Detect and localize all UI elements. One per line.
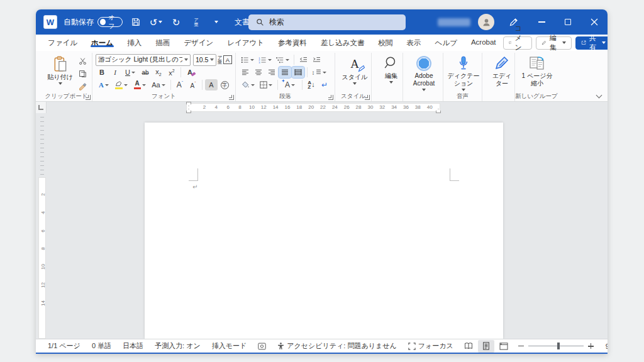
clear-formatting-button[interactable]: A (184, 67, 196, 78)
styles-button[interactable]: A スタイル (338, 53, 371, 85)
comments-button[interactable]: コメント (503, 36, 532, 50)
borders-button[interactable] (257, 79, 275, 90)
align-center-button[interactable] (252, 67, 265, 78)
shrink-font-button[interactable]: Aˇ (187, 79, 199, 90)
decrease-indent-button[interactable] (297, 54, 309, 65)
font-dialog-launcher[interactable] (229, 95, 234, 100)
bullets-button[interactable] (239, 54, 256, 65)
tab-insert[interactable]: 挿入 (120, 38, 148, 48)
numbering-button[interactable]: 123 (257, 54, 274, 65)
focus-mode-button[interactable]: フォーカス (402, 341, 459, 351)
paragraph-dialog-launcher[interactable] (328, 95, 333, 100)
strikethrough-icon: ab (142, 69, 148, 76)
clipboard-dialog-launcher[interactable] (86, 95, 91, 100)
tab-references[interactable]: 参考資料 (271, 38, 314, 48)
shading-button[interactable] (239, 79, 257, 90)
accessibility-status[interactable]: アクセシビリティ: 問題ありません (272, 341, 402, 351)
superscript-button[interactable]: x2 (165, 67, 178, 78)
undo-button[interactable]: ↺ (149, 15, 163, 29)
line-spacing-button[interactable]: ↕ (310, 67, 328, 78)
search-input[interactable]: 検索 (248, 14, 406, 30)
undo-caret-icon (158, 21, 162, 23)
line-spacing-icon: ↕ (312, 69, 321, 76)
multilevel-list-button[interactable] (274, 54, 291, 65)
read-mode-button[interactable] (460, 340, 477, 353)
character-border-button[interactable]: A (223, 54, 232, 65)
tab-help[interactable]: ヘルプ (428, 38, 464, 48)
ruby-button[interactable]: ア亜 (217, 54, 223, 65)
change-case-button[interactable]: Aa (149, 79, 168, 90)
autosave-toggle[interactable]: 自動保存 オフ (64, 17, 123, 28)
asian-layout-button[interactable]: A (280, 79, 299, 90)
tab-acrobat[interactable]: Acrobat (464, 38, 503, 46)
adobe-acrobat-button[interactable]: Adobe Acrobat (406, 53, 441, 91)
cut-button[interactable] (76, 55, 89, 67)
font-color-button[interactable]: A (131, 79, 148, 90)
shrink-one-page-button[interactable]: 1 ページ分 縮小 (518, 53, 556, 87)
zoom-out-button[interactable] (518, 346, 524, 347)
user-name[interactable] (438, 18, 470, 26)
dictation-button[interactable]: ディクテー ション (447, 53, 480, 91)
paste-button[interactable]: 貼り付け (44, 53, 76, 92)
close-button[interactable] (581, 9, 608, 35)
collapse-ribbon-button[interactable] (596, 92, 602, 99)
tab-layout[interactable]: レイアウト (220, 38, 271, 48)
align-left-button[interactable] (239, 67, 252, 78)
italic-button[interactable]: I (109, 67, 121, 78)
editor-button[interactable]: エディ ター (486, 53, 518, 87)
save-button[interactable] (129, 15, 143, 29)
font-name-select[interactable]: 游ゴシック Light (見出しのフォン (96, 54, 191, 66)
copy-button[interactable] (76, 68, 89, 79)
sort-button[interactable]: AZ ↓ (305, 79, 318, 90)
macro-recording-button[interactable] (252, 343, 272, 350)
tab-review[interactable]: 校閲 (372, 38, 400, 48)
distribute-button[interactable] (292, 67, 304, 78)
web-layout-button[interactable] (496, 340, 512, 353)
font-size-select[interactable]: 10.5 (193, 54, 216, 66)
tab-design[interactable]: デザイン (177, 38, 220, 48)
editing-mode-button[interactable]: 編集 (536, 36, 572, 50)
zoom-slider[interactable] (528, 346, 584, 347)
minimize-button[interactable] (528, 9, 555, 35)
tab-mailings[interactable]: 差し込み文書 (314, 38, 372, 48)
maximize-button[interactable] (555, 9, 581, 35)
avatar[interactable] (478, 14, 494, 30)
document-page[interactable]: ↵ (145, 123, 503, 339)
print-layout-button[interactable] (478, 340, 494, 353)
zoom-level[interactable]: 90% (600, 343, 608, 350)
tab-selector[interactable] (36, 102, 47, 113)
paint-bucket-icon (242, 81, 250, 89)
align-right-button[interactable] (265, 67, 278, 78)
tab-view[interactable]: 表示 (400, 38, 428, 48)
increase-indent-button[interactable] (310, 54, 323, 65)
phonetic-guide-button[interactable]: ア亜 (189, 15, 203, 29)
show-marks-button[interactable]: ↵ (318, 79, 331, 90)
styles-dialog-launcher[interactable] (365, 95, 370, 100)
tab-draw[interactable]: 描画 (148, 38, 177, 48)
tab-home[interactable]: ホーム (84, 38, 120, 48)
customize-qat-button[interactable] (209, 15, 223, 29)
hanging-indent-marker[interactable] (186, 109, 191, 113)
grow-font-button[interactable]: Aˆ (174, 79, 186, 90)
character-shading-button[interactable]: A (205, 79, 218, 90)
enclose-characters-button[interactable]: 字 (218, 79, 231, 90)
justify-button[interactable] (279, 67, 291, 78)
tab-file[interactable]: ファイル (41, 38, 84, 48)
strikethrough-button[interactable]: ab (139, 67, 152, 78)
text-effects-button[interactable]: A (96, 79, 112, 90)
underline-button[interactable]: U (122, 67, 138, 78)
format-painter-button[interactable] (76, 80, 89, 92)
horizontal-ruler[interactable]: 246810121416182022242628303234363840 (186, 103, 440, 112)
autosave-switch-icon[interactable]: オフ (97, 17, 123, 27)
share-button[interactable]: 共有 (575, 36, 608, 50)
highlight-button[interactable] (113, 79, 130, 90)
right-indent-marker[interactable] (436, 109, 441, 113)
subscript-button[interactable]: x2 (152, 67, 165, 78)
zoom-in-button[interactable] (588, 343, 594, 349)
redo-button[interactable]: ↻ (169, 15, 183, 29)
bold-button[interactable]: B (96, 67, 108, 78)
vertical-ruler[interactable]: 2468101214 (38, 113, 47, 339)
first-line-indent-marker[interactable] (186, 102, 191, 106)
chevron-down-icon (250, 59, 254, 61)
zoom-slider-thumb[interactable] (557, 343, 560, 349)
